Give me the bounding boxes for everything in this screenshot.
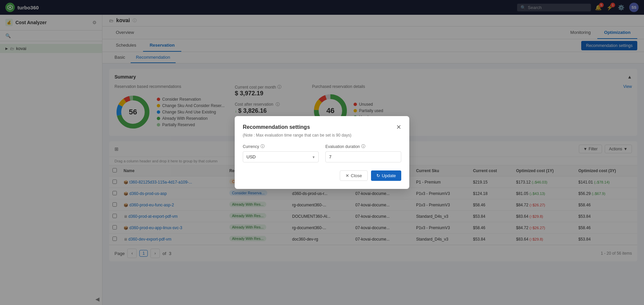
eval-duration-field: Evaluation duration ⓘ	[325, 144, 401, 162]
currency-info-icon[interactable]: ⓘ	[261, 144, 265, 149]
currency-select-wrapper: USD EUR GBP	[243, 151, 319, 162]
eval-duration-label: Evaluation duration ⓘ	[325, 144, 401, 149]
modal-fields: Currency ⓘ USD EUR GBP Evaluation durati…	[243, 144, 401, 162]
modal-close-button[interactable]: ✕	[396, 124, 401, 130]
eval-duration-info-icon[interactable]: ⓘ	[361, 144, 365, 149]
update-button[interactable]: ↻ Update	[371, 170, 401, 181]
currency-select[interactable]: USD EUR GBP	[243, 151, 319, 162]
modal-overlay: Recommendation settings ✕ (Note : Max ev…	[0, 0, 644, 305]
modal-actions: ✕ Close ↻ Update	[243, 170, 401, 181]
close-x-icon: ✕	[346, 173, 349, 178]
modal-note: (Note : Max evaluation time range that c…	[243, 133, 401, 138]
currency-field: Currency ⓘ USD EUR GBP	[243, 144, 319, 162]
modal-header: Recommendation settings ✕	[243, 124, 401, 130]
close-button[interactable]: ✕ Close	[340, 170, 368, 181]
refresh-icon: ↻	[376, 173, 380, 178]
currency-label: Currency ⓘ	[243, 144, 319, 149]
modal-title: Recommendation settings	[243, 124, 310, 130]
eval-duration-input[interactable]	[325, 151, 401, 162]
recommendation-settings-modal: Recommendation settings ✕ (Note : Max ev…	[235, 116, 409, 189]
